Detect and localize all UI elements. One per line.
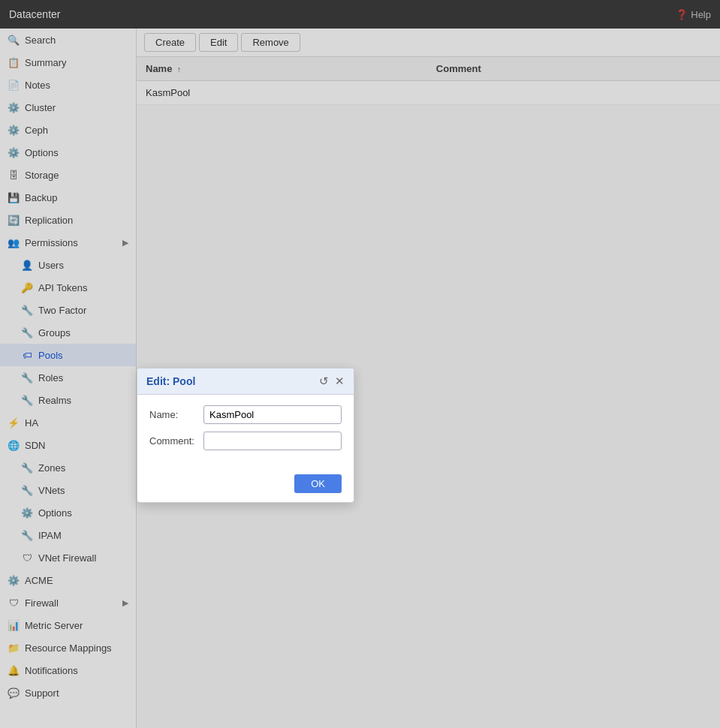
modal-title: Edit: Pool (146, 375, 195, 387)
modal-reset-button[interactable]: ↺ (319, 375, 329, 388)
comment-input[interactable] (203, 432, 342, 450)
comment-row: Comment: (149, 432, 342, 450)
modal-header: Edit: Pool ↺ ✕ (137, 369, 354, 395)
name-row: Name: (149, 405, 342, 424)
modal-close-button[interactable]: ✕ (335, 375, 345, 388)
modal-body: Name: Comment: (137, 395, 354, 468)
modal-overlay: Edit: Pool ↺ ✕ Name: Comment: OK (0, 0, 720, 728)
comment-label: Comment: (149, 435, 203, 447)
modal-header-icons: ↺ ✕ (319, 375, 345, 388)
ok-button[interactable]: OK (294, 474, 342, 493)
edit-pool-modal: Edit: Pool ↺ ✕ Name: Comment: OK (137, 368, 354, 503)
modal-footer: OK (137, 468, 354, 502)
name-input[interactable] (203, 405, 342, 424)
name-label: Name: (149, 409, 203, 420)
